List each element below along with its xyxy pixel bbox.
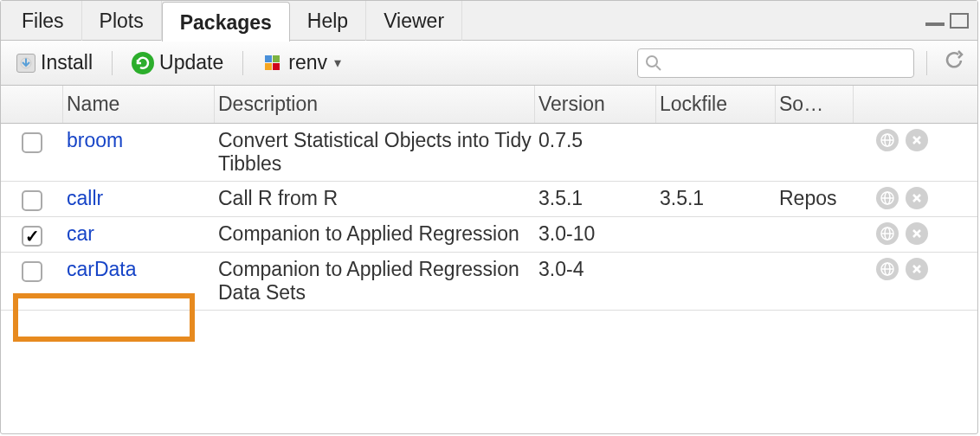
install-button[interactable]: Install: [10, 48, 100, 78]
load-checkbox[interactable]: [22, 132, 42, 153]
package-version: 3.0-10: [535, 222, 656, 246]
tab-plots[interactable]: Plots: [82, 1, 162, 41]
table-header: Name Description Version Lockfile So…: [1, 86, 977, 124]
package-link[interactable]: carData: [67, 258, 137, 280]
packages-table: Name Description Version Lockfile So… br…: [1, 86, 977, 311]
chevron-down-icon: ▾: [334, 54, 341, 71]
svg-line-6: [656, 66, 661, 70]
tab-help[interactable]: Help: [290, 1, 366, 41]
header-actions: [854, 86, 940, 123]
packages-table-wrap: Name Description Version Lockfile So… br…: [1, 86, 977, 311]
svg-rect-2: [273, 55, 280, 62]
close-icon[interactable]: [906, 129, 928, 151]
globe-icon[interactable]: [876, 258, 899, 280]
package-description: Companion to Applied Regression: [215, 222, 535, 246]
toolbar-divider: [112, 51, 113, 75]
table-row: callr Call R from R 3.5.1 3.5.1 Repos: [1, 182, 977, 217]
packages-pane: Files Plots Packages Help Viewer Install…: [0, 0, 978, 434]
package-version: 3.5.1: [535, 187, 656, 210]
table-row: broom Convert Statistical Objects into T…: [1, 124, 977, 182]
svg-point-5: [647, 56, 657, 67]
install-label: Install: [41, 51, 93, 74]
svg-rect-1: [265, 55, 272, 62]
close-icon[interactable]: [906, 222, 928, 245]
pane-tabs: Files Plots Packages Help Viewer: [1, 1, 977, 41]
toolbar-divider: [242, 51, 243, 75]
tab-files[interactable]: Files: [4, 1, 82, 41]
package-description: Call R from R: [215, 187, 535, 210]
globe-icon[interactable]: [876, 129, 899, 151]
package-version: 0.7.5: [535, 129, 656, 152]
package-version: 3.0-4: [535, 258, 656, 281]
search-box[interactable]: [637, 48, 914, 78]
update-button[interactable]: Update: [125, 48, 230, 78]
window-controls: [925, 13, 977, 29]
minimize-icon[interactable]: [925, 22, 945, 26]
svg-rect-3: [265, 63, 272, 70]
package-link[interactable]: callr: [67, 187, 103, 209]
package-lockfile: 3.5.1: [656, 187, 776, 210]
toolbar-divider: [926, 51, 927, 75]
globe-icon[interactable]: [876, 222, 899, 245]
load-checkbox[interactable]: [22, 226, 42, 247]
search-input[interactable]: [662, 53, 906, 73]
maximize-icon[interactable]: [950, 13, 969, 29]
header-lockfile[interactable]: Lockfile: [656, 86, 776, 123]
package-source: Repos: [776, 187, 854, 210]
tab-packages[interactable]: Packages: [162, 2, 290, 42]
header-version[interactable]: Version: [535, 86, 656, 123]
globe-icon[interactable]: [876, 187, 899, 209]
refresh-button[interactable]: [939, 46, 969, 80]
load-checkbox[interactable]: [22, 190, 42, 211]
package-link[interactable]: broom: [67, 129, 123, 151]
load-checkbox[interactable]: [22, 261, 42, 282]
search-icon: [645, 54, 662, 72]
header-check: [1, 86, 63, 123]
header-name[interactable]: Name: [63, 86, 215, 123]
update-label: Update: [159, 51, 223, 74]
package-description: Convert Statistical Objects into Tidy Ti…: [215, 129, 535, 176]
renv-label: renv: [288, 51, 327, 74]
header-description[interactable]: Description: [215, 86, 535, 123]
toolbar: Install Update renv ▾: [1, 41, 977, 86]
update-icon: [132, 52, 154, 74]
table-row: carData Companion to Applied Regression …: [1, 253, 977, 311]
header-source[interactable]: So…: [776, 86, 854, 123]
package-link[interactable]: car: [67, 222, 94, 245]
tab-viewer[interactable]: Viewer: [366, 1, 462, 41]
package-description: Companion to Applied Regression Data Set…: [215, 258, 535, 305]
close-icon[interactable]: [906, 187, 928, 209]
close-icon[interactable]: [906, 258, 928, 280]
renv-icon: [262, 53, 283, 74]
install-icon: [16, 54, 35, 73]
renv-button[interactable]: renv ▾: [255, 48, 348, 78]
table-row: car Companion to Applied Regression 3.0-…: [1, 217, 977, 253]
svg-rect-4: [273, 63, 280, 70]
